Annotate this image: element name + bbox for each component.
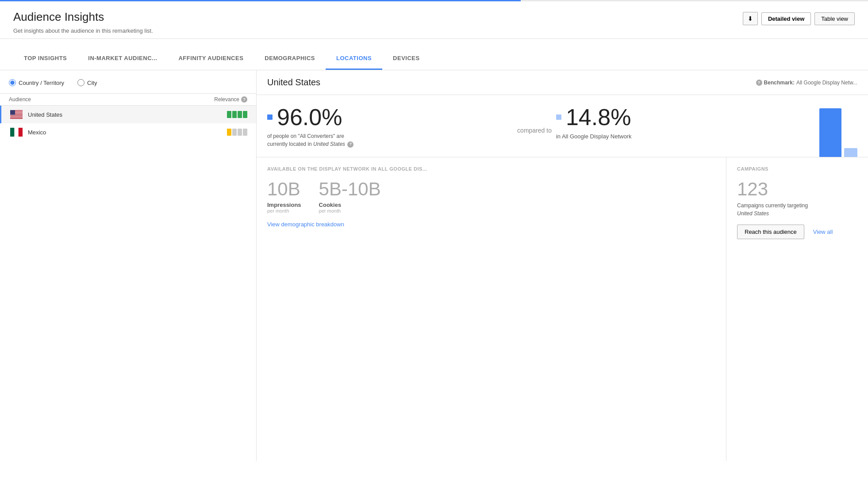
bar-mx-1 bbox=[227, 129, 231, 136]
stats-left: 96.0% of people on "All Converters" are … bbox=[267, 104, 513, 148]
flag-mx bbox=[10, 128, 23, 137]
cookies-value: 5B-10B bbox=[319, 179, 381, 200]
impressions-sub: per month bbox=[267, 208, 301, 214]
bottom-left-panel: AVAILABLE ON THE DISPLAY NETWORK IN ALL … bbox=[257, 157, 726, 461]
download-button[interactable]: ⬇ bbox=[743, 12, 758, 25]
view-all-link[interactable]: View all bbox=[813, 229, 833, 235]
bottom-stats-row: 10B Impressions per month 5B-10B Cookies… bbox=[267, 179, 715, 214]
reach-audience-button[interactable]: Reach this audience bbox=[737, 225, 804, 239]
main-content: Country / Territory City Audience Releva… bbox=[0, 70, 868, 461]
detailed-view-button[interactable]: Detailed view bbox=[761, 12, 811, 25]
radio-group: Country / Territory City bbox=[0, 79, 256, 93]
country-name-mx: Mexico bbox=[28, 129, 227, 136]
page-title: Audience Insights bbox=[13, 10, 153, 24]
bar-mx-4 bbox=[243, 129, 247, 136]
display-network-label: AVAILABLE ON THE DISPLAY NETWORK IN ALL … bbox=[267, 166, 715, 172]
svg-rect-11 bbox=[10, 118, 23, 118]
right-panel: United States ? Benchmark: All Google Di… bbox=[257, 70, 868, 461]
location-header: United States ? Benchmark: All Google Di… bbox=[257, 70, 868, 95]
location-name: United States bbox=[267, 77, 320, 88]
svg-rect-15 bbox=[10, 128, 14, 137]
svg-rect-16 bbox=[19, 128, 23, 137]
tab-in-market[interactable]: IN-MARKET AUDIENC... bbox=[77, 48, 168, 70]
col-audience-header: Audience bbox=[9, 96, 31, 103]
network-percent-dot bbox=[556, 114, 561, 120]
flag-us bbox=[10, 110, 23, 119]
svg-rect-12 bbox=[10, 118, 23, 119]
country-row-mx[interactable]: Mexico bbox=[0, 123, 256, 141]
svg-rect-10 bbox=[10, 117, 23, 118]
audience-desc-help-icon[interactable]: ? bbox=[347, 141, 353, 148]
col-relevance-header: Relevance ? bbox=[214, 96, 247, 103]
bar-mx-3 bbox=[238, 129, 242, 136]
benchmark-info: ? Benchmark: All Google Display Netw... bbox=[756, 80, 857, 86]
svg-rect-7 bbox=[10, 115, 23, 116]
network-label: in All Google Display Network bbox=[556, 133, 802, 140]
left-panel: Country / Territory City Audience Releva… bbox=[0, 70, 257, 461]
network-percent: 14.8% bbox=[556, 104, 802, 130]
comparison-chart bbox=[819, 104, 857, 157]
page-header: Audience Insights Get insights about the… bbox=[0, 1, 868, 39]
bar-1 bbox=[227, 111, 231, 118]
tab-top-insights[interactable]: TOP INSIGHTS bbox=[13, 48, 77, 70]
bar-2 bbox=[232, 111, 237, 118]
table-view-button[interactable]: Table view bbox=[814, 12, 855, 25]
audience-percent-dot bbox=[267, 114, 273, 120]
audience-percent: 96.0% bbox=[267, 104, 513, 130]
bottom-right-panel: CAMPAIGNS 123 Campaigns currently target… bbox=[726, 157, 868, 461]
benchmark-help-icon[interactable]: ? bbox=[756, 80, 762, 86]
table-header: Audience Relevance ? bbox=[0, 93, 256, 106]
impressions-block: 10B Impressions per month bbox=[267, 179, 301, 214]
cookies-label: Cookies bbox=[319, 202, 381, 208]
bar-4 bbox=[243, 111, 247, 118]
stats-right: 14.8% in All Google Display Network bbox=[556, 104, 802, 140]
radio-country-label: Country / Territory bbox=[19, 80, 64, 86]
campaigns-label: CAMPAIGNS bbox=[737, 166, 857, 172]
campaigns-value: 123 bbox=[737, 179, 857, 200]
svg-rect-8 bbox=[10, 115, 23, 116]
tabs-bar: TOP INSIGHTS IN-MARKET AUDIENC... AFFINI… bbox=[0, 48, 868, 70]
tab-locations[interactable]: LOCATIONS bbox=[326, 48, 382, 70]
impressions-label: Impressions bbox=[267, 202, 301, 208]
header-right: ⬇ Detailed view Table view bbox=[743, 12, 855, 25]
tab-devices[interactable]: DEVICES bbox=[382, 48, 430, 70]
svg-rect-9 bbox=[10, 116, 23, 117]
radio-city[interactable]: City bbox=[77, 79, 97, 86]
benchmark-value: All Google Display Netw... bbox=[796, 80, 857, 86]
page-subtitle: Get insights about the audience in this … bbox=[13, 27, 153, 34]
bar-3 bbox=[238, 111, 242, 118]
impressions-value: 10B bbox=[267, 179, 301, 200]
bottom-actions: Reach this audience View all bbox=[737, 225, 857, 239]
radio-country[interactable]: Country / Territory bbox=[9, 79, 64, 86]
compared-to-label: compared to bbox=[513, 127, 556, 134]
campaigns-desc: Campaigns currently targeting United Sta… bbox=[737, 202, 857, 217]
relevance-bars-mx bbox=[227, 129, 247, 136]
bottom-panels: AVAILABLE ON THE DISPLAY NETWORK IN ALL … bbox=[257, 157, 868, 461]
tab-affinity[interactable]: AFFINITY AUDIENCES bbox=[168, 48, 254, 70]
relevance-help-icon[interactable]: ? bbox=[241, 96, 247, 103]
audience-description: of people on "All Converters" are curren… bbox=[267, 132, 356, 148]
header-left: Audience Insights Get insights about the… bbox=[13, 10, 153, 34]
relevance-bars-us bbox=[227, 111, 247, 118]
cookies-sub: per month bbox=[319, 208, 381, 214]
bar-mx-2 bbox=[232, 129, 237, 136]
svg-rect-13 bbox=[10, 110, 15, 115]
chart-bar-audience bbox=[819, 108, 841, 157]
country-row-us[interactable]: United States bbox=[0, 106, 256, 123]
chart-bar-network bbox=[844, 148, 857, 157]
view-demographic-link[interactable]: View demographic breakdown bbox=[267, 221, 344, 228]
tab-demographics[interactable]: DEMOGRAPHICS bbox=[254, 48, 326, 70]
cookies-block: 5B-10B Cookies per month bbox=[319, 179, 381, 214]
radio-city-label: City bbox=[87, 80, 97, 86]
country-name-us: United States bbox=[28, 111, 227, 118]
